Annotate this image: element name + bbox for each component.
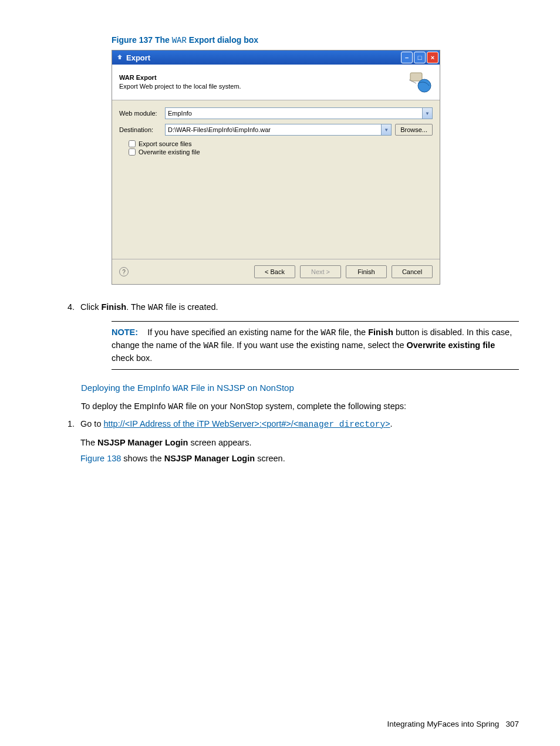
svg-rect-0 [410,73,422,81]
export-source-label: Export source files [139,140,191,147]
page-footer: Integrating MyFaces into Spring 307 [387,720,519,728]
caption-suffix: Export dialog box [187,35,258,45]
dialog-title: Export [126,53,150,62]
maximize-button[interactable]: □ [414,52,426,63]
minimize-button[interactable]: – [401,52,413,63]
export-source-checkbox[interactable] [129,140,136,147]
dialog-header: WAR Export Export Web project to the loc… [112,65,440,100]
figure-138-xref[interactable]: Figure 138 [80,454,121,463]
web-module-combo[interactable]: ▼ [165,107,433,119]
step-4: 4. Click Finish. The WAR file is created… [62,301,519,314]
close-button[interactable]: × [427,52,438,63]
overwrite-label: Overwrite existing file [139,148,200,156]
chevron-down-icon[interactable]: ▼ [422,108,432,119]
sub-step-a: The NSJSP Manager Login screen appears. [80,437,519,449]
destination-input[interactable] [166,126,381,133]
figure-caption: Figure 137 The WAR Export dialog box [112,35,519,45]
manager-url-link[interactable]: http://<IP Address of the iTP WebServer>… [104,419,390,428]
cancel-button[interactable]: Cancel [392,265,433,278]
caption-prefix: Figure 137 The [112,35,172,45]
back-button[interactable]: < Back [254,265,295,278]
destination-combo[interactable]: ▼ [165,124,392,136]
export-dialog: Export – □ × WAR Export Export Web proje… [112,50,440,285]
window-controls: – □ × [401,52,438,63]
finish-button[interactable]: Finish [346,265,387,278]
document-content: 4. Click Finish. The WAR file is created… [85,301,519,465]
dialog-body: Web module: ▼ Destination: ▼ Browse... E… [112,100,440,259]
intro-paragraph: To deploy the EmpInfo WAR file on your N… [81,400,519,413]
note-block: NOTE: If you have specified an existing … [112,321,519,370]
help-icon[interactable]: ? [119,267,129,276]
note-label: NOTE: [112,328,138,337]
web-module-input[interactable] [166,110,422,117]
war-export-icon [408,69,433,94]
titlebar: Export – □ × [112,50,440,65]
dialog-header-desc: Export Web project to the local file sys… [119,83,241,90]
step-number: 4. [62,301,80,314]
step-number: 1. [62,418,80,465]
overwrite-checkbox[interactable] [129,148,136,156]
destination-label: Destination: [119,126,161,133]
footer-text: Integrating MyFaces into Spring [387,720,500,728]
sub-step-b: Figure 138 shows the NSJSP Manager Login… [80,453,519,465]
filler [119,157,433,256]
next-button: Next > [300,265,341,278]
page-number: 307 [505,720,519,728]
export-icon [116,53,124,62]
dialog-footer: ? < Back Next > Finish Cancel [112,259,440,284]
browse-button[interactable]: Browse... [395,124,433,136]
step-1: 1. Go to http://<IP Address of the iTP W… [62,418,519,465]
section-heading: Deploying the EmpInfo WAR File in NSJSP … [81,382,519,396]
chevron-down-icon[interactable]: ▼ [381,124,391,135]
web-module-label: Web module: [119,110,161,117]
caption-mono: WAR [172,36,187,45]
dialog-header-title: WAR Export [119,74,241,81]
